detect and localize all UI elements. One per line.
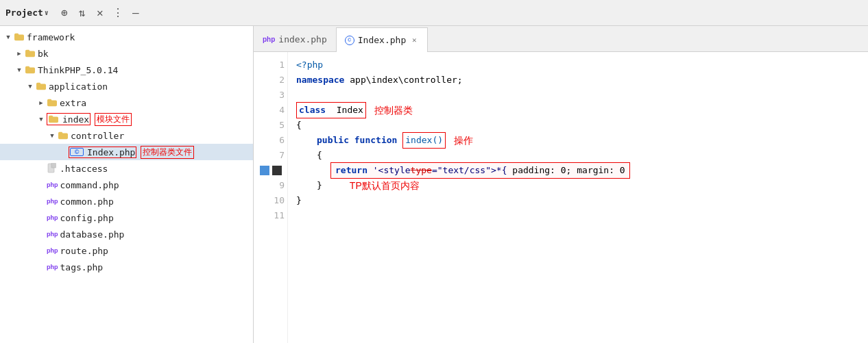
- sidebar-item-label: controller: [71, 131, 124, 141]
- code-line-7: {: [296, 148, 860, 163]
- arrow-icon: [36, 114, 47, 125]
- sidebar-item-label: extra: [60, 98, 86, 108]
- sidebar-item-label: tags.php: [60, 262, 104, 272]
- sidebar-item-label: framework: [27, 32, 75, 42]
- sidebar-item-label: common.php: [60, 196, 114, 207]
- tab-bar: php index.php © Index.php ✕: [254, 26, 868, 52]
- file-php-icon: ©: [70, 148, 84, 156]
- arrow-icon: [36, 229, 47, 240]
- folder-icon: [25, 48, 36, 59]
- sidebar-item-application[interactable]: application: [0, 78, 253, 94]
- sidebar-item-common-php[interactable]: php common.php: [0, 193, 253, 209]
- sidebar-item-label: application: [49, 81, 108, 92]
- func-name-box: index(): [402, 132, 446, 149]
- code-line-5: {: [296, 118, 860, 133]
- folder-icon: [58, 130, 69, 141]
- sidebar-item-framework[interactable]: framework: [0, 29, 253, 45]
- arrow-icon: [36, 212, 47, 223]
- sidebar-item-label: command.php: [60, 180, 119, 190]
- sidebar-item-label: ThinkPHP_5.0.14: [38, 65, 118, 75]
- code-line-10: }: [296, 193, 860, 208]
- namespace-value: app\index\controller;: [344, 73, 462, 88]
- sidebar-item-tags-php[interactable]: php tags.php: [0, 259, 253, 275]
- minimize-icon[interactable]: —: [128, 5, 143, 21]
- arrow-icon: [3, 31, 14, 42]
- tab-index-php[interactable]: php index.php: [254, 27, 336, 51]
- arrow-icon: [36, 97, 47, 108]
- arrow-icon: [36, 179, 47, 190]
- more-icon[interactable]: ⋮: [110, 5, 125, 21]
- folder-icon: [48, 114, 59, 125]
- chevron-down-icon: ∨: [45, 9, 49, 16]
- sidebar-item-label: bk: [38, 49, 49, 59]
- sidebar-item-bk[interactable]: bk: [0, 45, 253, 62]
- file-php-icon: php: [47, 264, 58, 270]
- close-icon[interactable]: ✕: [93, 5, 108, 21]
- arrow-icon: [14, 48, 25, 59]
- tab-index-class-php[interactable]: © Index.php ✕: [336, 27, 428, 52]
- line-numbers: 1 2 3 4 5 6 7 9 10 11: [254, 52, 288, 343]
- code-line-1: <?php: [296, 58, 860, 73]
- file-php-icon: php: [47, 198, 58, 205]
- file-php-icon: php: [47, 181, 58, 188]
- arrow-icon: [36, 262, 47, 272]
- up-down-icon[interactable]: ⇅: [75, 5, 90, 21]
- arrow-icon: [36, 245, 47, 256]
- code-line-8: return '<style type ="text/css">*{ paddi…: [296, 163, 860, 178]
- return-annotation: TP默认首页内容: [350, 178, 420, 193]
- folder-icon: [47, 97, 58, 108]
- arrow-icon: [25, 81, 36, 92]
- code-line-2: namespace app\index\controller;: [296, 73, 860, 88]
- sidebar-item-extra[interactable]: extra: [0, 94, 253, 111]
- arrow-icon: [58, 147, 69, 157]
- file-php-icon: php: [47, 231, 58, 238]
- sidebar-item-label: .htaccess: [60, 164, 108, 174]
- tab-close-icon[interactable]: ✕: [409, 36, 419, 45]
- file-php-icon: php: [47, 247, 58, 254]
- index-php-annotation: 控制器类文件: [141, 146, 194, 159]
- code-line-4: class Index 控制器类: [296, 103, 860, 118]
- arrow-icon: [14, 64, 25, 75]
- code-content[interactable]: <?php namespace app\index\controller; cl…: [288, 52, 868, 343]
- php-open-tag: <?php: [296, 58, 323, 73]
- sidebar-item-config-php[interactable]: php config.php: [0, 209, 253, 226]
- svg-rect-1: [51, 163, 56, 168]
- top-bar: Project ∨ ⊕ ⇅ ✕ ⋮ —: [0, 0, 868, 26]
- sidebar-item-label: database.php: [60, 229, 125, 240]
- add-icon[interactable]: ⊕: [57, 5, 72, 21]
- sidebar-item-index[interactable]: index 模块文件: [0, 111, 253, 127]
- editor-area: php index.php © Index.php ✕ 1 2 3 4 5 6 …: [254, 26, 868, 343]
- sidebar-item-route-php[interactable]: php route.php: [0, 242, 253, 259]
- arrow-icon: [36, 196, 47, 207]
- sidebar-item-label: index: [62, 114, 89, 125]
- folder-icon: [14, 31, 25, 42]
- sidebar-item-thinkphp[interactable]: ThinkPHP_5.0.14: [0, 62, 253, 78]
- arrow-icon: [36, 163, 47, 174]
- code-line-6: public function index() 操作: [296, 133, 860, 148]
- class-annotation: 控制器类: [374, 103, 413, 118]
- sidebar-item-controller[interactable]: controller: [0, 127, 253, 144]
- code-line-3: [296, 88, 860, 103]
- namespace-kw: namespace: [296, 73, 344, 88]
- index-annotation: 模块文件: [95, 113, 132, 126]
- folder-icon: [36, 81, 47, 92]
- index-tab-icon: ©: [345, 36, 354, 45]
- code-line-11: [296, 208, 860, 223]
- sidebar-item-htaccess[interactable]: .htaccess: [0, 160, 253, 177]
- sidebar-item-label: Index.php: [87, 147, 135, 157]
- sidebar-item-label: route.php: [60, 246, 108, 256]
- code-editor: 1 2 3 4 5 6 7 9 10 11 <?php: [254, 52, 868, 343]
- sidebar-item-command-php[interactable]: php command.php: [0, 177, 253, 193]
- folder-icon: [25, 64, 36, 75]
- project-label[interactable]: Project ∨: [5, 8, 49, 18]
- arrow-icon: [47, 130, 58, 141]
- return-box: return '<style type ="text/css">*{ paddi…: [330, 162, 630, 179]
- sidebar-item-label: config.php: [60, 213, 114, 223]
- project-title: Project: [5, 8, 43, 18]
- file-php-icon: php: [47, 214, 58, 221]
- php-tab-icon: php: [263, 36, 275, 43]
- code-line-9: } TP默认首页内容: [296, 178, 860, 193]
- sidebar: framework bk ThinkPHP_5.0.14 application: [0, 26, 254, 343]
- sidebar-item-database-php[interactable]: php database.php: [0, 226, 253, 242]
- sidebar-item-index-php[interactable]: © Index.php 控制器类文件: [0, 144, 253, 160]
